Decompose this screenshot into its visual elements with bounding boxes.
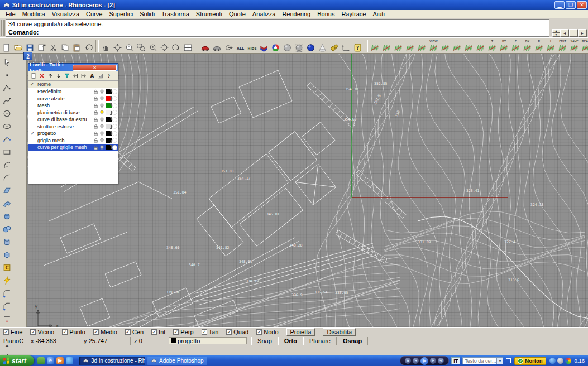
tool-spheres[interactable] (0, 223, 13, 235)
osnap-fine[interactable]: ✓Fine (3, 329, 22, 335)
menu-superfici[interactable]: Superfici (106, 11, 136, 17)
move-up-icon[interactable] (46, 72, 54, 80)
tool-box[interactable] (0, 210, 13, 223)
messenger-icon[interactable] (66, 357, 73, 364)
layer-lock-icon[interactable] (93, 131, 99, 137)
layer-material-icon[interactable] (112, 103, 117, 108)
move-left-icon[interactable] (71, 72, 79, 80)
menu-modifica[interactable]: Modifica (19, 11, 49, 17)
cplane-icon[interactable]: READ (580, 39, 588, 52)
tool-chamfer[interactable] (0, 300, 13, 312)
cplane-icon[interactable]: R (533, 39, 545, 52)
layer-material-icon[interactable] (112, 131, 117, 136)
pan-icon[interactable] (100, 39, 112, 52)
cplane-icon[interactable]: F (510, 39, 522, 52)
paste-icon[interactable] (71, 39, 83, 52)
tool-mesh-solid[interactable] (0, 248, 13, 261)
hide-icon[interactable]: HIDE (246, 39, 258, 52)
layer-name[interactable]: progetto (36, 131, 93, 136)
tray-update-icon[interactable] (549, 358, 556, 364)
osnap-int[interactable]: ✓Int (151, 329, 165, 335)
layer-material-icon[interactable] (112, 89, 117, 94)
osnap-button-disabilita[interactable]: Disabilita (323, 328, 356, 336)
copy-icon[interactable] (59, 39, 71, 52)
checkbox-icon[interactable]: ✓ (151, 329, 157, 335)
checkbox-icon[interactable]: ✓ (3, 329, 9, 335)
layer-bulb-icon[interactable] (99, 131, 105, 137)
minimize-button[interactable]: ▁ (554, 1, 565, 9)
media-play-icon[interactable]: ▶ (420, 357, 428, 365)
tool-rectangle[interactable] (0, 146, 13, 158)
measure-icon[interactable] (340, 39, 352, 52)
cplane-icon[interactable] (404, 39, 416, 52)
tool-point[interactable] (0, 69, 13, 81)
layer-color-swatch[interactable] (106, 138, 112, 143)
layer-row[interactable]: planimetria di base (28, 109, 118, 117)
osnap-punto[interactable]: ✓Punto (62, 329, 85, 335)
layer-material-icon[interactable] (112, 117, 117, 122)
layer-name[interactable]: Mesh (36, 103, 93, 108)
tool-c-block[interactable]: C (0, 261, 13, 274)
layer-lock-icon[interactable] (93, 137, 99, 143)
layer-lock-icon[interactable] (93, 109, 99, 115)
panel-help-icon[interactable]: ? (105, 72, 113, 80)
command-spinner[interactable]: ▲▼ (552, 29, 560, 37)
cplane-icon[interactable] (439, 39, 451, 52)
cplane-icon[interactable]: T (486, 39, 498, 52)
export-icon[interactable] (36, 39, 47, 52)
osnap-tan[interactable]: ✓Tan (202, 329, 219, 335)
tool-curve-edit[interactable] (0, 133, 13, 146)
menu-solidi[interactable]: Solidi (136, 11, 158, 17)
help-icon[interactable]: ? (352, 39, 364, 52)
layer-material-icon[interactable] (112, 145, 117, 150)
layers-header-name[interactable]: Nome (36, 81, 95, 87)
taskbar-window-button[interactable]: Adobe Photoshop (147, 357, 207, 365)
menu-file[interactable]: File (2, 11, 19, 17)
menu-strumenti[interactable]: Strumenti (193, 11, 226, 17)
media-stop-icon[interactable]: ■ (405, 358, 411, 364)
layer-material-icon[interactable] (112, 96, 117, 101)
tool-pointer[interactable] (0, 56, 13, 69)
checkbox-icon[interactable]: ✓ (30, 329, 36, 335)
checkbox-icon[interactable]: ✓ (62, 329, 68, 335)
layer-lock-icon[interactable] (93, 123, 99, 129)
options-gears-icon[interactable] (328, 39, 340, 52)
render-preview-icon[interactable] (211, 39, 223, 52)
current-layer-chip[interactable]: progetto (169, 337, 247, 344)
osnap-button-proietta[interactable]: Proietta (286, 328, 315, 336)
render-icon[interactable] (199, 39, 211, 52)
menu-curve[interactable]: Curve (83, 11, 106, 17)
layer-name[interactable]: curve per griglie mesh (36, 145, 93, 150)
layer-bulb-icon[interactable] (99, 145, 105, 151)
start-button[interactable]: start (0, 355, 34, 366)
cplane-icon[interactable]: BT (498, 39, 510, 52)
tool-fillet[interactable] (0, 287, 13, 300)
cplane-icon[interactable] (393, 39, 404, 52)
status-toggle-snap[interactable]: Snap (251, 337, 278, 345)
tool-trim[interactable] (0, 312, 13, 325)
layers-panel-titlebar[interactable]: Livelli - Tutti i livelli ✕ (28, 64, 118, 71)
move-right-icon[interactable] (80, 72, 88, 80)
language-indicator[interactable]: IT (451, 357, 460, 364)
zoom-selected-icon[interactable] (147, 39, 159, 52)
render-sphere-icon[interactable] (305, 39, 317, 52)
tool-arc[interactable] (0, 171, 13, 184)
status-toggle-planare[interactable]: Planare (303, 337, 337, 345)
layer-name[interactable]: strutture estruse (36, 124, 93, 129)
layer-row[interactable]: Mesh (28, 102, 118, 109)
new-layer-icon[interactable] (30, 72, 37, 80)
cplane-icon[interactable]: VIEW (428, 39, 439, 52)
shade-icon[interactable] (281, 39, 293, 52)
menu-visualizza[interactable]: Visualizza (49, 11, 83, 17)
filter-icon[interactable] (63, 72, 71, 80)
move-down-icon[interactable] (55, 72, 63, 80)
cut-icon[interactable] (47, 39, 59, 52)
layer-row[interactable]: curve per griglie mesh (28, 144, 118, 151)
cplane-icon[interactable]: SAVE (568, 39, 580, 52)
layer-color-swatch[interactable] (106, 110, 112, 115)
osnap-cen[interactable]: ✓Cen (125, 329, 144, 335)
menu-quote[interactable]: Quote (226, 11, 249, 17)
cplane-icon[interactable] (369, 39, 381, 52)
checkbox-icon[interactable]: ✓ (93, 329, 99, 335)
cplane-icon[interactable] (416, 39, 428, 52)
